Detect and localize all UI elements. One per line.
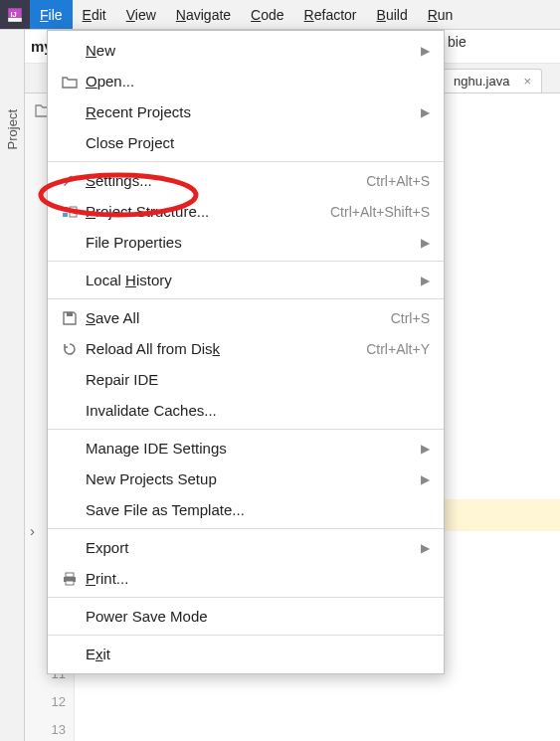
editor-tab[interactable]: nghu.java × — [443, 69, 542, 93]
svg-rect-6 — [67, 312, 73, 316]
print-icon — [58, 571, 82, 587]
chevron-right-icon[interactable]: › — [30, 522, 35, 539]
chevron-right-icon: ▶ — [421, 541, 430, 555]
menu-run[interactable]: Run — [418, 0, 464, 29]
sidebar-project-tab[interactable]: Project — [0, 30, 25, 741]
folder-open-icon — [58, 75, 82, 89]
sidebar-label: Project — [5, 109, 20, 149]
chevron-right-icon: ▶ — [421, 472, 430, 486]
menu-item-manage-ide-settings[interactable]: Manage IDE Settings▶ — [48, 433, 444, 463]
app-icon: IJ — [0, 0, 30, 29]
menu-item-reload-all-from-disk[interactable]: Reload All from DiskCtrl+Alt+Y — [48, 333, 444, 364]
menu-item-save-file-as-template[interactable]: Save File as Template... — [48, 494, 444, 525]
menu-item-exit[interactable]: Exit — [48, 639, 444, 669]
menu-item-label: New Projects Setup — [82, 470, 415, 487]
menu-item-label: Project Structure... — [82, 203, 330, 220]
menu-item-local-history[interactable]: Local History▶ — [48, 265, 444, 295]
menu-item-new-projects-setup[interactable]: New Projects Setup▶ — [48, 463, 444, 494]
menu-build[interactable]: Build — [367, 0, 418, 29]
menu-separator — [48, 635, 444, 636]
wrench-icon — [58, 173, 82, 189]
menu-view[interactable]: View — [116, 0, 166, 29]
menu-separator — [48, 528, 444, 529]
menu-separator — [48, 597, 444, 598]
menu-item-label: Close Project — [82, 134, 430, 151]
chevron-right-icon: ▶ — [421, 44, 430, 58]
menu-item-label: Invalidate Caches... — [82, 402, 430, 419]
svg-text:IJ: IJ — [11, 9, 17, 18]
shortcut-label: Ctrl+Alt+Shift+S — [330, 204, 430, 220]
menubar: IJ File Edit View Navigate Code Refactor… — [0, 0, 560, 30]
svg-rect-4 — [63, 213, 68, 217]
menu-item-close-project[interactable]: Close Project — [48, 127, 444, 158]
svg-rect-5 — [70, 207, 77, 217]
menu-item-label: Reload All from Disk — [82, 340, 366, 357]
save-icon — [58, 310, 82, 326]
menu-item-label: Power Save Mode — [82, 608, 430, 625]
menu-item-label: Exit — [82, 646, 430, 662]
menu-item-label: Save All — [82, 309, 391, 326]
menu-item-project-structure[interactable]: Project Structure...Ctrl+Alt+Shift+S — [48, 196, 444, 227]
menu-item-save-all[interactable]: Save AllCtrl+S — [48, 302, 444, 333]
svg-rect-7 — [66, 573, 74, 577]
menu-edit[interactable]: Edit — [73, 0, 116, 29]
menu-file[interactable]: File — [30, 0, 73, 29]
chevron-right-icon: ▶ — [421, 236, 430, 250]
menu-item-label: Manage IDE Settings — [82, 440, 415, 457]
chevron-right-icon: ▶ — [421, 105, 430, 119]
menu-item-print[interactable]: Print... — [48, 563, 444, 594]
menu-item-settings[interactable]: Settings...Ctrl+Alt+S — [48, 165, 444, 196]
menu-code[interactable]: Code — [241, 0, 293, 29]
menu-item-file-properties[interactable]: File Properties▶ — [48, 227, 444, 258]
menu-item-new[interactable]: New▶ — [48, 35, 444, 66]
svg-rect-9 — [66, 581, 74, 585]
menu-item-power-save-mode[interactable]: Power Save Mode — [48, 601, 444, 632]
chevron-right-icon: ▶ — [421, 442, 430, 456]
menu-separator — [48, 161, 444, 162]
breadcrumb-fragment: bie — [448, 34, 467, 50]
menu-item-label: Settings... — [82, 172, 366, 189]
menu-separator — [48, 261, 444, 262]
menu-item-invalidate-caches[interactable]: Invalidate Caches... — [48, 395, 444, 426]
menu-item-recent-projects[interactable]: Recent Projects▶ — [48, 96, 444, 127]
tab-filename: nghu.java — [454, 74, 509, 89]
menu-item-label: Repair IDE — [82, 371, 430, 388]
menu-navigate[interactable]: Navigate — [166, 0, 241, 29]
shortcut-label: Ctrl+S — [391, 310, 430, 326]
menu-separator — [48, 429, 444, 430]
svg-rect-1 — [8, 18, 22, 22]
menu-item-label: Local History — [82, 272, 415, 288]
shortcut-label: Ctrl+Alt+Y — [366, 341, 430, 357]
reload-icon — [58, 341, 82, 357]
menu-item-label: File Properties — [82, 234, 415, 251]
menu-item-label: Save File as Template... — [82, 501, 430, 518]
menu-item-label: Print... — [82, 570, 430, 587]
structure-icon — [58, 204, 82, 220]
chevron-right-icon: ▶ — [421, 274, 430, 287]
menu-item-repair-ide[interactable]: Repair IDE — [48, 364, 444, 395]
menu-item-label: Export — [82, 539, 415, 556]
menu-item-export[interactable]: Export▶ — [48, 532, 444, 563]
file-menu-dropdown: New▶Open...Recent Projects▶Close Project… — [47, 30, 445, 674]
menu-item-open[interactable]: Open... — [48, 66, 444, 96]
menu-item-label: Recent Projects — [82, 103, 415, 120]
shortcut-label: Ctrl+Alt+S — [366, 173, 430, 189]
menu-separator — [48, 298, 444, 299]
menu-item-label: Open... — [82, 73, 430, 90]
svg-rect-3 — [63, 207, 68, 211]
close-icon[interactable]: × — [523, 74, 531, 89]
menu-item-label: New — [82, 42, 415, 59]
menu-refactor[interactable]: Refactor — [294, 0, 367, 29]
